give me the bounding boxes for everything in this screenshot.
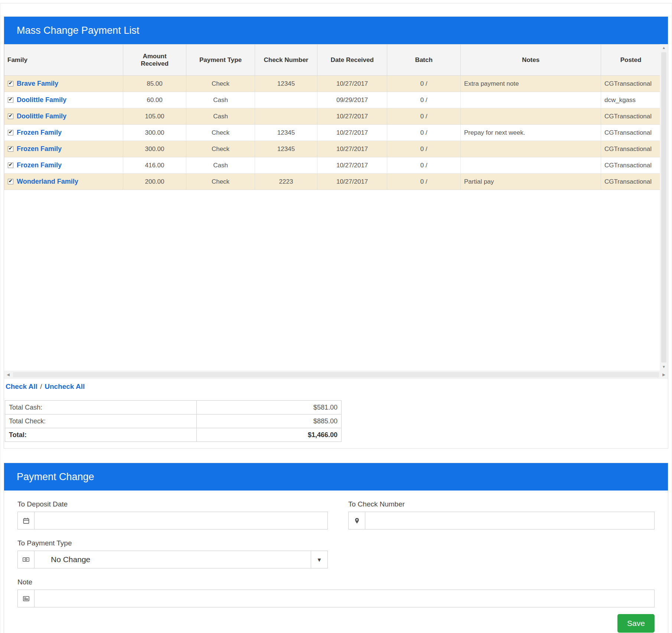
grand-total-label: Total: bbox=[5, 428, 197, 442]
mass-change-payment-list-panel: Mass Change Payment List Family Amount R… bbox=[4, 16, 668, 449]
vertical-scrollbar[interactable]: ▲ ▼ bbox=[660, 44, 668, 371]
table-row: Frozen Family 300.00 Check 12345 10/27/2… bbox=[4, 141, 660, 157]
cell-amount: 300.00 bbox=[123, 125, 186, 141]
check-all-link[interactable]: Check All bbox=[6, 383, 37, 390]
table-row: Doolittle Family 60.00 Cash 09/29/2017 0… bbox=[4, 92, 660, 108]
payment-type-select[interactable]: No Change bbox=[35, 551, 311, 568]
cell-amount: 416.00 bbox=[123, 157, 186, 174]
cell-date-received: 09/29/2017 bbox=[317, 92, 387, 108]
cell-posted: CGTransactional bbox=[601, 76, 660, 92]
cell-date-received: 10/27/2017 bbox=[317, 76, 387, 92]
family-link[interactable]: Frozen Family bbox=[17, 129, 62, 136]
cell-batch: 0 / bbox=[387, 92, 461, 108]
grand-total-row: Total: $1,466.00 bbox=[5, 428, 342, 442]
cell-posted: CGTransactional bbox=[601, 174, 660, 190]
cell-check-number bbox=[255, 108, 317, 125]
cell-batch: 0 / bbox=[387, 141, 461, 157]
cell-notes: Extra payment note bbox=[461, 76, 601, 92]
scroll-right-icon[interactable]: ▶ bbox=[660, 371, 668, 378]
cell-check-number: 12345 bbox=[255, 76, 317, 92]
payment-change-form: To Deposit Date bbox=[4, 491, 668, 633]
cell-payment-type: Cash bbox=[186, 92, 255, 108]
cell-amount: 300.00 bbox=[123, 141, 186, 157]
cell-family: Frozen Family bbox=[4, 125, 123, 141]
row-checkbox[interactable] bbox=[8, 114, 13, 119]
total-check-row: Total Check: $885.00 bbox=[5, 414, 342, 428]
check-number-label: To Check Number bbox=[348, 500, 655, 508]
cell-posted: CGTransactional bbox=[601, 125, 660, 141]
cell-check-number bbox=[255, 92, 317, 108]
panel-title: Payment Change bbox=[17, 471, 94, 483]
cell-notes bbox=[461, 141, 601, 157]
row-checkbox[interactable] bbox=[8, 146, 13, 152]
cell-notes bbox=[461, 92, 601, 108]
row-checkbox[interactable] bbox=[8, 81, 13, 86]
cell-check-number: 12345 bbox=[255, 125, 317, 141]
family-link[interactable]: Wonderland Family bbox=[17, 178, 78, 185]
cell-amount: 200.00 bbox=[123, 174, 186, 190]
grand-total-value: $1,466.00 bbox=[197, 428, 342, 442]
column-header-family: Family bbox=[4, 45, 123, 76]
column-header-batch: Batch bbox=[387, 45, 461, 76]
link-separator: / bbox=[40, 383, 42, 390]
cell-posted: dcw_kgass bbox=[601, 92, 660, 108]
cell-check-number bbox=[255, 157, 317, 174]
deposit-date-field: To Deposit Date bbox=[17, 500, 328, 529]
chevron-down-icon[interactable]: ▼ bbox=[311, 551, 328, 568]
horizontal-scrollbar[interactable]: ◀ ▶ bbox=[4, 371, 668, 379]
save-button[interactable]: Save bbox=[617, 614, 655, 633]
note-card-icon bbox=[17, 590, 35, 607]
payment-table-viewport: Family Amount Received Payment Type Chec… bbox=[4, 44, 660, 371]
cell-family: Wonderland Family bbox=[4, 174, 123, 190]
cell-family: Doolittle Family bbox=[4, 92, 123, 108]
map-marker-icon bbox=[348, 512, 365, 529]
cell-batch: 0 / bbox=[387, 108, 461, 125]
payment-table: Family Amount Received Payment Type Chec… bbox=[4, 44, 660, 190]
vertical-scroll-thumb[interactable] bbox=[661, 52, 666, 363]
check-number-input[interactable] bbox=[365, 512, 655, 529]
cell-notes bbox=[461, 157, 601, 174]
payment-table-area: Family Amount Received Payment Type Chec… bbox=[4, 44, 668, 379]
scroll-left-icon[interactable]: ◀ bbox=[4, 371, 12, 378]
note-input[interactable] bbox=[35, 590, 655, 607]
deposit-date-input[interactable] bbox=[35, 512, 328, 529]
totals-table: Total Cash: $581.00 Total Check: $885.00… bbox=[5, 400, 342, 442]
cell-posted: CGTransactional bbox=[601, 157, 660, 174]
cell-payment-type: Cash bbox=[186, 108, 255, 125]
uncheck-all-link[interactable]: Uncheck All bbox=[45, 383, 85, 390]
cell-date-received: 10/27/2017 bbox=[317, 174, 387, 190]
cell-family: Frozen Family bbox=[4, 157, 123, 174]
row-checkbox[interactable] bbox=[8, 179, 13, 184]
row-checkbox[interactable] bbox=[8, 97, 13, 103]
page: Mass Change Payment List Family Amount R… bbox=[0, 3, 672, 633]
cell-family: Doolittle Family bbox=[4, 108, 123, 125]
cell-payment-type: Check bbox=[186, 76, 255, 92]
scroll-up-icon[interactable]: ▲ bbox=[660, 44, 668, 52]
family-link[interactable]: Doolittle Family bbox=[17, 112, 66, 120]
cell-notes bbox=[461, 108, 601, 125]
horizontal-scroll-thumb[interactable] bbox=[13, 372, 659, 377]
cell-date-received: 10/27/2017 bbox=[317, 141, 387, 157]
family-link[interactable]: Frozen Family bbox=[17, 161, 62, 169]
row-checkbox[interactable] bbox=[8, 130, 13, 135]
table-row: Wonderland Family 200.00 Check 2223 10/2… bbox=[4, 174, 660, 190]
column-header-amount: Amount Received bbox=[123, 45, 186, 76]
cell-posted: CGTransactional bbox=[601, 108, 660, 125]
scroll-down-icon[interactable]: ▼ bbox=[660, 363, 668, 371]
payment-change-panel: Payment Change To Deposit Date bbox=[4, 463, 668, 633]
total-cash-value: $581.00 bbox=[197, 401, 342, 414]
column-header-check-number: Check Number bbox=[255, 45, 317, 76]
family-link[interactable]: Doolittle Family bbox=[17, 96, 66, 104]
column-header-posted: Posted bbox=[601, 45, 660, 76]
payment-type-field: To Payment Type No Change ▼ bbox=[17, 539, 328, 568]
row-checkbox[interactable] bbox=[8, 163, 13, 168]
calendar-icon bbox=[17, 512, 35, 529]
family-link[interactable]: Brave Family bbox=[17, 80, 58, 87]
cell-payment-type: Cash bbox=[186, 157, 255, 174]
cell-date-received: 10/27/2017 bbox=[317, 157, 387, 174]
cell-family: Brave Family bbox=[4, 76, 123, 92]
family-link[interactable]: Frozen Family bbox=[17, 145, 62, 152]
table-row: Brave Family 85.00 Check 12345 10/27/201… bbox=[4, 76, 660, 92]
table-row: Frozen Family 416.00 Cash 10/27/2017 0 /… bbox=[4, 157, 660, 174]
column-header-payment-type: Payment Type bbox=[186, 45, 255, 76]
